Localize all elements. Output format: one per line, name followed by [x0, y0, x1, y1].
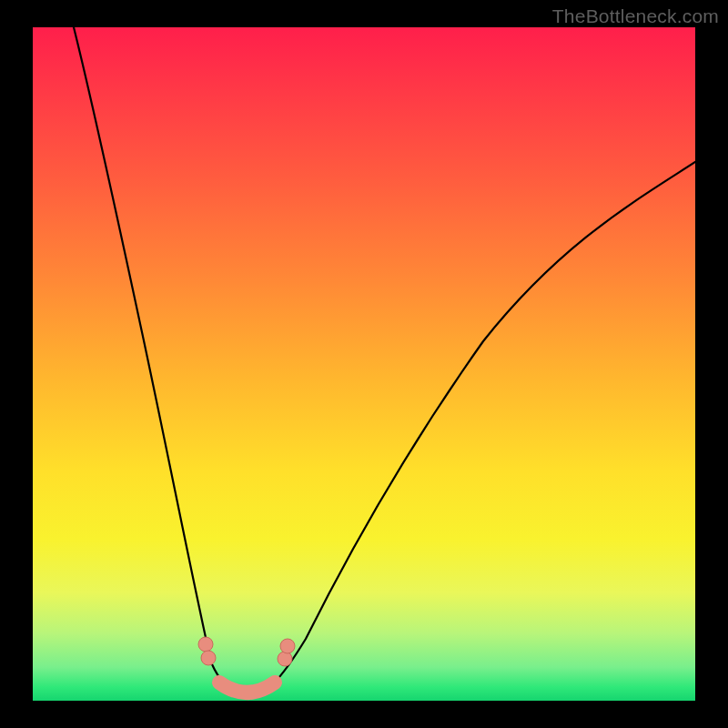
- curve-right-branch: [247, 162, 695, 699]
- plot-area: [33, 27, 695, 701]
- watermark-text: TheBottleneck.com: [552, 5, 719, 27]
- highlight-marker: [201, 651, 216, 665]
- chart-svg: [33, 27, 695, 701]
- highlight-marker: [198, 637, 213, 652]
- curve-left-branch: [74, 27, 247, 699]
- highlight-arc: [219, 682, 275, 693]
- highlight-marker: [280, 639, 295, 653]
- chart-frame: TheBottleneck.com: [0, 0, 728, 728]
- highlight-marker: [278, 652, 292, 666]
